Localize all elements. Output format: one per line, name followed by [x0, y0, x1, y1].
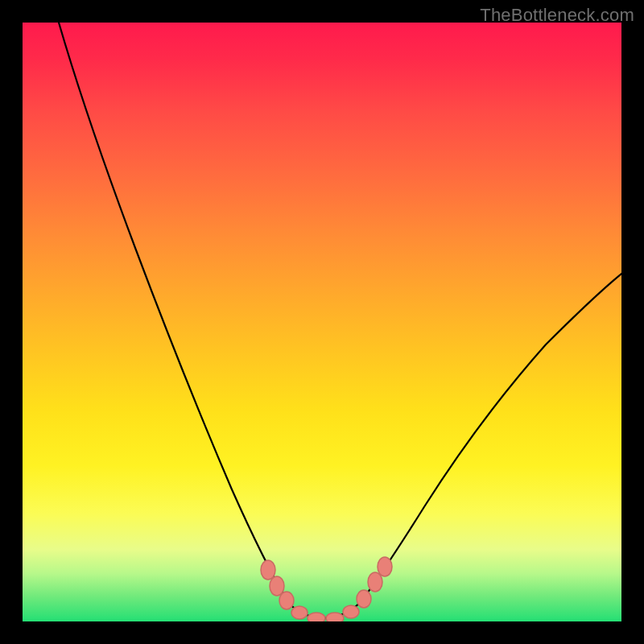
marker-point — [326, 613, 344, 621]
watermark-text: TheBottleneck.com — [480, 5, 634, 26]
curve-valley — [288, 602, 361, 618]
curve-layer — [23, 23, 621, 621]
marker-point — [308, 613, 325, 621]
marker-point — [357, 590, 371, 608]
plot-area — [23, 23, 621, 621]
curve-right-branch — [361, 274, 621, 602]
marker-point — [261, 560, 275, 580]
marker-point — [279, 592, 294, 609]
marker-point — [291, 606, 308, 619]
marker-point — [378, 557, 392, 576]
marker-point — [343, 605, 359, 618]
marker-point — [270, 576, 284, 596]
curve-left-branch — [59, 23, 288, 602]
marker-point — [368, 572, 382, 592]
chart-frame: TheBottleneck.com — [0, 0, 644, 644]
marker-group — [261, 557, 392, 621]
